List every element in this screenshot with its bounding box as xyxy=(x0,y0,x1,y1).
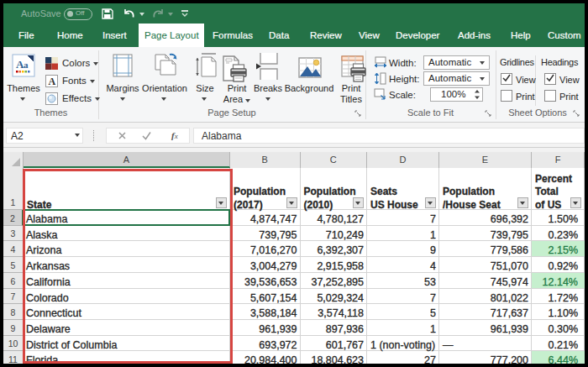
svg-text:a: a xyxy=(24,60,29,70)
svg-text:A: A xyxy=(49,76,56,87)
